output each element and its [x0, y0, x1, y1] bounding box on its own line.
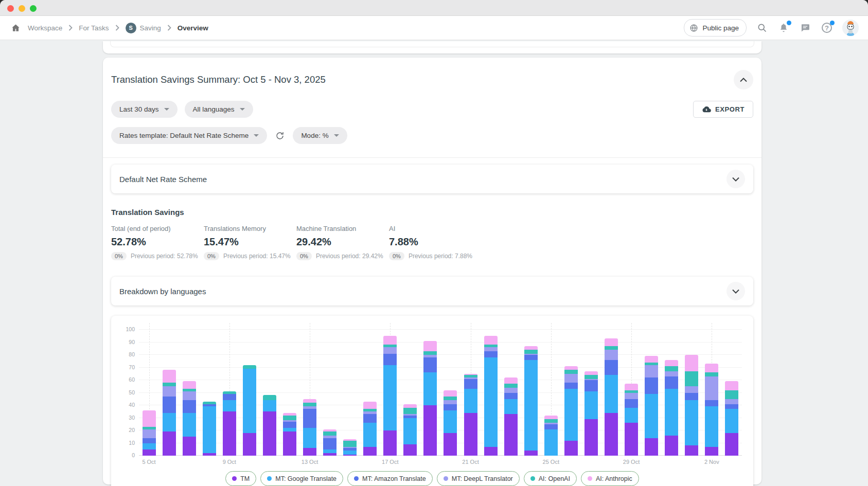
- date-range-filter[interactable]: Last 30 days: [111, 101, 178, 118]
- y-tick-label: 30: [118, 415, 135, 421]
- stat-value: 7.88%: [389, 236, 482, 248]
- mode-filter[interactable]: Mode: %: [293, 127, 347, 144]
- stacked-bar-17-oct[interactable]: [383, 336, 397, 456]
- stat-previous: Previous period: 29.42%: [316, 253, 383, 260]
- rates-template-filter[interactable]: Rates template: Default Net Rate Scheme: [111, 127, 267, 144]
- stat-previous: Previous period: 15.47%: [223, 253, 291, 260]
- notifications-button[interactable]: [777, 22, 790, 34]
- legend-item-mt-google-translate[interactable]: MT: Google Translate: [260, 471, 343, 486]
- stacked-bar-26-oct[interactable]: [564, 366, 578, 456]
- zoom-window-button[interactable]: [30, 5, 37, 12]
- public-page-button[interactable]: Public page: [684, 19, 747, 37]
- legend-item-ai-anthropic[interactable]: AI: Anthropic: [581, 471, 639, 486]
- stacked-bar-19-oct[interactable]: [423, 341, 437, 456]
- bar-segment-tm: [423, 405, 437, 456]
- stacked-bar-10-oct[interactable]: [243, 365, 256, 456]
- bar-segment-ai-openai: [263, 395, 276, 400]
- chevron-right-icon: [115, 25, 119, 31]
- stacked-bar-16-oct[interactable]: [363, 402, 377, 456]
- bar-segment-mt-deepl-translator: [665, 371, 678, 376]
- export-button[interactable]: EXPORT: [693, 101, 753, 118]
- user-avatar[interactable]: [842, 20, 859, 36]
- bar-segment-mt-google-translate: [584, 391, 598, 419]
- bar-segment-mt-google-translate: [203, 406, 216, 453]
- close-window-button[interactable]: [7, 5, 14, 12]
- stat-label: Machine Translation: [296, 225, 389, 232]
- stacked-bar-9-oct[interactable]: [223, 391, 236, 456]
- bar-slot: [481, 323, 501, 456]
- legend-item-ai-openai[interactable]: AI: OpenAI: [524, 471, 577, 486]
- expand-breakdown-button[interactable]: [727, 282, 745, 300]
- collapse-summary-button[interactable]: [734, 70, 753, 89]
- bar-segment-mt-deepl-translator: [183, 391, 196, 400]
- stacked-bar-22-oct[interactable]: [484, 336, 498, 456]
- stacked-bar-8-oct[interactable]: [203, 402, 216, 456]
- stacked-bar-29-oct[interactable]: [625, 384, 638, 456]
- y-tick-label: 90: [118, 339, 135, 345]
- languages-filter[interactable]: All languages: [185, 101, 253, 118]
- stacked-bar-23-oct[interactable]: [504, 377, 518, 456]
- bar-segment-tm: [705, 447, 718, 456]
- stacked-bar-3-nov[interactable]: [725, 381, 738, 456]
- stat-delta-badge: 0%: [111, 252, 127, 260]
- x-tick-label: [682, 456, 702, 467]
- stacked-bar-20-oct[interactable]: [444, 390, 457, 456]
- stacked-bar-7-oct[interactable]: [183, 381, 196, 456]
- minimize-window-button[interactable]: [19, 5, 25, 12]
- bar-segment-ai-anthropic: [163, 370, 176, 383]
- breadcrumb-for-tasks[interactable]: For Tasks: [79, 24, 109, 32]
- legend-item-tm[interactable]: TM: [225, 471, 256, 486]
- x-tick-label: [239, 456, 259, 467]
- chat-button[interactable]: [799, 22, 811, 34]
- stacked-bar-31-oct[interactable]: [665, 360, 678, 456]
- bar-segment-mt-google-translate: [625, 408, 638, 423]
- stacked-bar-5-oct[interactable]: [143, 410, 156, 456]
- stacked-bar-6-oct[interactable]: [163, 370, 176, 456]
- stacked-bar-1-nov[interactable]: [685, 355, 698, 456]
- stacked-bar-27-oct[interactable]: [584, 371, 598, 456]
- bar-slot: [662, 323, 682, 456]
- legend-color-dot: [530, 476, 535, 481]
- legend-label: AI: OpenAI: [539, 475, 570, 482]
- stacked-bar-13-oct[interactable]: [303, 399, 316, 456]
- stacked-bar-14-oct[interactable]: [323, 429, 336, 456]
- stacked-bar-24-oct[interactable]: [524, 346, 538, 456]
- chart-legend: TMMT: Google TranslateMT: Amazon Transla…: [118, 471, 746, 486]
- breadcrumb-saving[interactable]: S Saving: [126, 23, 161, 33]
- date-range-filter-label: Last 30 days: [119, 105, 159, 113]
- bar-segment-ai-openai: [444, 397, 457, 400]
- stacked-bar-12-oct[interactable]: [283, 413, 296, 456]
- legend-item-mt-amazon-translate[interactable]: MT: Amazon Translate: [347, 471, 433, 486]
- bar-segment-mt-amazon-translate: [464, 379, 477, 389]
- breadcrumb-workspace[interactable]: Workspace: [28, 24, 62, 32]
- bar-segment-mt-google-translate: [383, 365, 397, 430]
- legend-label: TM: [240, 475, 250, 482]
- stat-delta-badge: 0%: [204, 252, 219, 260]
- search-button[interactable]: [756, 22, 768, 34]
- stacked-bar-30-oct[interactable]: [645, 356, 658, 456]
- stacked-bar-18-oct[interactable]: [403, 404, 417, 456]
- expand-rate-scheme-button[interactable]: [727, 170, 745, 188]
- x-tick-label: [159, 456, 179, 467]
- stacked-bar-28-oct[interactable]: [605, 338, 618, 456]
- x-tick-label: 25 Oct: [541, 456, 561, 467]
- refresh-button[interactable]: [274, 130, 286, 141]
- public-page-label: Public page: [702, 24, 739, 32]
- breadcrumb-overview[interactable]: Overview: [178, 24, 208, 32]
- stacked-bar-25-oct[interactable]: [544, 416, 558, 456]
- x-tick-label: 13 Oct: [300, 456, 320, 467]
- legend-color-dot: [267, 476, 272, 481]
- bar-slot: [159, 323, 179, 456]
- help-button[interactable]: ?: [821, 22, 833, 34]
- stacked-bar-2-nov[interactable]: [705, 364, 718, 456]
- bar-segment-mt-amazon-translate: [283, 422, 296, 428]
- stacked-bar-11-oct[interactable]: [263, 395, 276, 456]
- bar-segment-mt-google-translate: [223, 400, 236, 411]
- bar-segment-ai-openai: [243, 365, 256, 369]
- stacked-bar-21-oct[interactable]: [464, 374, 477, 456]
- legend-item-mt-deepl-translator[interactable]: MT: DeepL Translator: [437, 471, 520, 486]
- rates-template-filter-label: Rates template: Default Net Rate Scheme: [119, 132, 249, 139]
- stacked-bar-15-oct[interactable]: [343, 439, 357, 456]
- bar-segment-ai-openai: [544, 419, 558, 423]
- home-icon[interactable]: [9, 22, 22, 34]
